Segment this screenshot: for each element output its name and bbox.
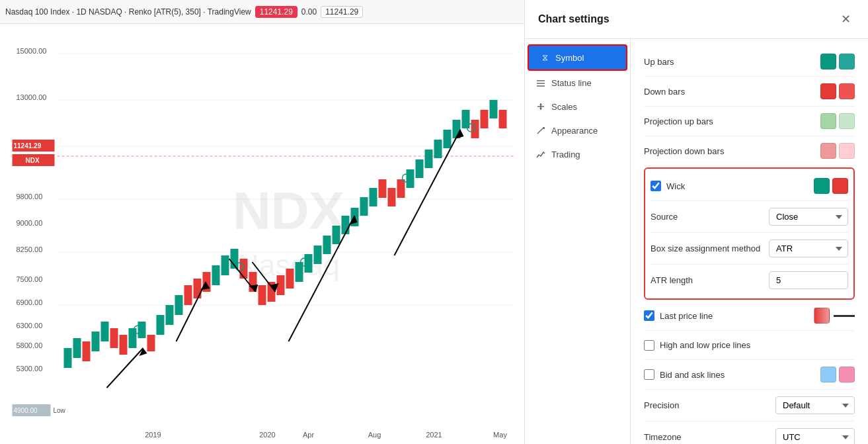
up-bars-row: Up bars (644, 47, 855, 77)
svg-rect-36 (129, 328, 137, 348)
svg-rect-31 (83, 341, 91, 361)
timezone-dropdown[interactable]: UTC New York London Tokyo (775, 428, 855, 444)
svg-rect-29 (64, 348, 72, 368)
svg-text:May: May (493, 431, 507, 439)
svg-text:15000.00: 15000.00 (17, 47, 47, 55)
svg-rect-72 (462, 110, 470, 128)
precision-dropdown[interactable]: Default 0 1 2 3 4 (775, 396, 855, 414)
wick-label: Wick (666, 181, 814, 191)
svg-rect-57 (323, 236, 331, 254)
high-low-wrapper: High and low price lines (644, 340, 855, 351)
sidebar-item-symbol[interactable]: ⧖ Symbol (528, 44, 627, 71)
last-price-line-checkbox[interactable] (644, 310, 654, 321)
svg-rect-33 (101, 322, 109, 341)
wick-row: Wick (651, 171, 848, 201)
box-size-dropdown[interactable]: ATR Traditional Custom (769, 240, 848, 257)
svg-rect-56 (314, 245, 322, 264)
svg-text:5300.00: 5300.00 (17, 365, 43, 373)
settings-content: Up bars Down bars Projection up bars (631, 39, 868, 444)
svg-text:5800.00: 5800.00 (17, 341, 43, 349)
projection-down-swatch-2[interactable] (839, 143, 855, 159)
atr-length-input[interactable] (769, 271, 848, 289)
svg-rect-41 (175, 295, 183, 315)
svg-text:NDX: NDX (233, 181, 344, 240)
high-low-label: High and low price lines (660, 340, 855, 350)
svg-text:4900.00: 4900.00 (14, 407, 38, 414)
sidebar-item-scales[interactable]: Scales (525, 95, 630, 118)
svg-line-108 (537, 128, 543, 134)
last-price-line-swatches (814, 308, 855, 324)
up-bars-swatches (820, 54, 855, 69)
svg-rect-50 (258, 285, 266, 305)
precision-row: Precision Default 0 1 2 3 4 (644, 390, 855, 422)
precision-label: Precision (644, 400, 775, 410)
bid-swatch[interactable] (820, 367, 836, 382)
settings-title: Chart settings (538, 13, 610, 25)
svg-text:Apr: Apr (303, 431, 314, 439)
sidebar-item-label: Symbol (555, 53, 584, 63)
svg-rect-46 (221, 255, 229, 275)
wick-highlight-box: Wick Source Close Open High Low (644, 167, 855, 300)
source-row: Source Close Open High Low (651, 201, 848, 233)
chart-area: Nasdaq 100 Index · 1D NASDAQ · Renko [AT… (0, 0, 524, 444)
svg-rect-59 (342, 216, 350, 234)
high-low-checkbox[interactable] (644, 340, 654, 351)
down-bars-swatch-2[interactable] (839, 83, 855, 99)
svg-rect-32 (92, 332, 100, 351)
atr-length-row: ATR length (651, 265, 848, 296)
projection-down-bars-swatches (820, 143, 855, 159)
close-button[interactable]: ✕ (837, 11, 855, 28)
svg-rect-70 (444, 130, 452, 148)
price-badge-white[interactable]: 11241.29 (321, 6, 363, 18)
up-bars-swatch-2[interactable] (839, 54, 855, 69)
timezone-label: Timezone (644, 432, 775, 442)
svg-text:2021: 2021 (426, 431, 442, 439)
trading-icon (535, 149, 546, 159)
projection-up-bars-swatches (820, 113, 855, 129)
svg-rect-40 (166, 305, 174, 325)
projection-up-swatch-1[interactable] (820, 113, 836, 129)
bid-ask-checkbox[interactable] (644, 369, 654, 380)
svg-rect-39 (157, 315, 165, 335)
status-line-icon (535, 77, 546, 88)
price-badge-red[interactable]: 11241.29 (255, 6, 297, 18)
svg-text:9800.00: 9800.00 (17, 193, 43, 200)
projection-up-bars-row: Projection up bars (644, 107, 855, 136)
svg-rect-38 (147, 335, 155, 351)
wick-swatch-2[interactable] (832, 178, 848, 194)
sidebar-item-trading[interactable]: Trading (525, 142, 630, 166)
source-dropdown[interactable]: Close Open High Low (769, 208, 848, 226)
settings-nav: ⧖ Symbol Status line Scales Appearance (525, 39, 631, 444)
settings-body: ⧖ Symbol Status line Scales Appearance (525, 39, 868, 444)
projection-down-bars-row: Projection down bars (644, 136, 855, 166)
sidebar-item-label: Status line (551, 78, 592, 88)
sidebar-item-status-line[interactable]: Status line (525, 71, 630, 95)
svg-rect-65 (397, 179, 405, 198)
sidebar-item-appearance[interactable]: Appearance (525, 118, 630, 142)
projection-down-bars-label: Projection down bars (644, 146, 820, 156)
wick-checkbox[interactable] (651, 181, 661, 191)
chart-toolbar: Nasdaq 100 Index · 1D NASDAQ · Renko [AT… (0, 0, 524, 24)
high-low-price-lines-row: High and low price lines (644, 331, 855, 360)
svg-text:7500.00: 7500.00 (17, 275, 43, 283)
projection-down-swatch-1[interactable] (820, 143, 836, 159)
projection-up-swatch-2[interactable] (839, 113, 855, 129)
svg-text:9000.00: 9000.00 (17, 219, 43, 227)
symbol-icon: ⧖ (539, 52, 550, 63)
bid-ask-wrapper: Bid and ask lines (644, 369, 820, 380)
svg-rect-63 (379, 179, 387, 198)
wick-swatch-1[interactable] (814, 178, 830, 194)
svg-rect-35 (120, 335, 128, 355)
last-price-swatch[interactable] (814, 308, 830, 324)
svg-rect-62 (370, 188, 377, 206)
svg-text:11241.29: 11241.29 (14, 142, 42, 150)
wick-checkbox-wrapper: Wick (651, 181, 814, 191)
last-price-line-label: Last price line (660, 311, 814, 321)
svg-rect-43 (194, 279, 202, 298)
ask-swatch[interactable] (839, 367, 855, 382)
svg-rect-64 (388, 188, 396, 206)
down-bars-swatch-1[interactable] (820, 83, 836, 99)
up-bars-swatch-1[interactable] (820, 54, 836, 69)
svg-rect-68 (425, 150, 433, 168)
wick-swatches (814, 178, 848, 194)
